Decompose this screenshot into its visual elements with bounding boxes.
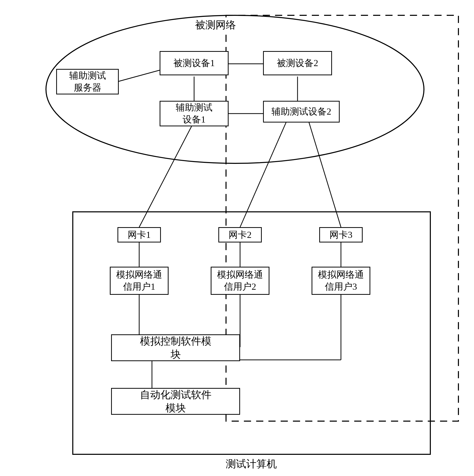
nic2-box: 网卡2 (218, 227, 262, 242)
dut1-box: 被测设备1 (160, 51, 229, 75)
sim-user3-box: 模拟网络通 信用户3 (312, 267, 370, 295)
sim-ctrl-box: 模拟控制软件模 块 (111, 334, 240, 361)
sim-user2-box: 模拟网络通 信用户2 (211, 267, 269, 295)
aux-test-server-box: 辅助测试 服务器 (56, 69, 119, 94)
test-computer-label: 测试计算机 (225, 457, 278, 471)
svg-line-5 (139, 126, 192, 227)
svg-line-0 (117, 70, 160, 82)
tested-network-label: 被测网络 (194, 18, 237, 32)
dashed-boundary (226, 15, 458, 421)
nic1-box: 网卡1 (117, 227, 161, 242)
nic3-box: 网卡3 (319, 227, 363, 242)
svg-line-7 (309, 123, 341, 227)
auto-test-box: 自动化测试软件 模块 (111, 388, 240, 415)
svg-line-6 (240, 123, 286, 227)
aux-dev2-box: 辅助测试设备2 (263, 101, 340, 123)
dut2-box: 被测设备2 (263, 51, 332, 75)
aux-dev1-box: 辅助测试 设备1 (160, 101, 229, 126)
sim-user1-box: 模拟网络通 信用户1 (110, 267, 169, 295)
test-computer-frame (73, 212, 430, 454)
